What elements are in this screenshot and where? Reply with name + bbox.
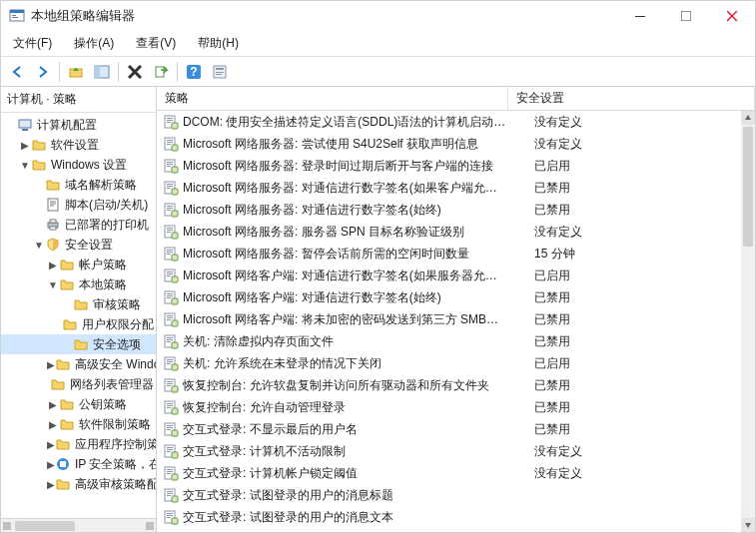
policy-row[interactable]: Microsoft 网络客户端: 对通信进行数字签名(如果服务器允…已启用 [157,265,755,286]
svg-rect-72 [172,298,178,304]
svg-rect-59 [167,250,173,251]
svg-rect-41 [167,166,171,167]
tree-item[interactable]: ▶IP 安全策略，在 [1,454,156,474]
expand-icon[interactable]: ▶ [47,459,55,470]
menu-action[interactable]: 操作(A) [68,33,120,54]
policy-icon [163,114,179,130]
policy-row[interactable]: 交互式登录: 不显示最后的用户名已禁用 [157,418,755,440]
expand-icon[interactable]: ▶ [47,260,59,270]
scroll-down-icon[interactable] [741,518,755,532]
tree-item[interactable]: 安全选项 [1,334,156,354]
tree-item[interactable]: 域名解析策略 [1,175,156,195]
policy-name: 关机: 清除虚拟内存页面文件 [183,333,530,350]
expand-icon[interactable]: ▶ [47,359,55,370]
policy-row[interactable]: Microsoft 网络服务器: 对通信进行数字签名(始终)已禁用 [157,199,755,221]
policy-row[interactable]: Microsoft 网络客户端: 对通信进行数字签名(始终)已禁用 [157,286,755,308]
tree-item[interactable]: 脚本(启动/关机) [1,195,156,215]
script-icon [45,197,61,213]
tree-item[interactable]: ▶高级审核策略配置 [1,474,156,494]
properties-icon[interactable] [208,60,232,84]
svg-rect-89 [167,381,173,382]
folder-icon [59,257,75,272]
show-hide-tree-button[interactable] [90,60,114,84]
tree-item[interactable]: ▶软件设置 [1,135,156,155]
tree-item[interactable]: ▼Windows 设置 [1,155,156,175]
policy-row[interactable]: 交互式登录: 试图登录的用户的消息标题 [157,484,755,506]
column-header-policy[interactable]: 策略 [157,87,508,110]
sidebar-horizontal-scrollbar[interactable] [1,518,156,532]
expand-icon[interactable]: ▶ [47,439,55,450]
vertical-scrollbar[interactable] [741,111,755,532]
policy-row[interactable]: 恢复控制台: 允许自动管理登录已禁用 [157,396,755,418]
back-button[interactable] [5,60,29,84]
minimize-button[interactable] [617,1,663,31]
tree-item[interactable]: ▶软件限制策略 [1,414,156,434]
policy-name: Microsoft 网络服务器: 登录时间过期后断开与客户端的连接 [183,158,530,175]
policy-row[interactable]: Microsoft 网络服务器: 对通信进行数字签名(如果客户端允…已禁用 [157,177,755,199]
policy-row[interactable]: Microsoft 网络服务器: 服务器 SPN 目标名称验证级别没有定义 [157,221,755,243]
expand-icon[interactable]: ▶ [47,479,55,490]
policy-row[interactable]: 关机: 清除虚拟内存页面文件已禁用 [157,330,755,352]
policy-row[interactable]: 交互式登录: 试图登录的用户的消息文本 [157,506,755,528]
tree-item[interactable]: ▶高级安全 Windows [1,354,156,374]
tree[interactable]: 计算机配置▶软件设置▼Windows 设置域名解析策略脚本(启动/关机)已部署的… [1,113,156,518]
policy-row[interactable]: 交互式登录: 计算机帐户锁定阈值没有定义 [157,462,755,484]
tree-item[interactable]: ▼安全设置 [1,235,156,255]
folder-icon [50,376,66,392]
policy-icon [163,443,179,459]
menu-view[interactable]: 查看(V) [130,33,182,54]
expand-icon[interactable]: ▶ [47,399,59,410]
column-header-security-setting[interactable]: 安全设置 [508,87,755,110]
tree-item[interactable]: ▶应用程序控制策略 [1,434,156,454]
expand-icon[interactable]: ▶ [47,419,59,430]
policy-row[interactable]: Microsoft 网络客户端: 将未加密的密码发送到第三方 SMB…已禁用 [157,308,755,330]
help-button[interactable]: ? [182,60,206,84]
up-folder-button[interactable] [64,60,88,84]
policy-value: 没有定义 [530,465,755,482]
svg-rect-97 [172,408,178,414]
policy-row[interactable]: Microsoft 网络服务器: 暂停会话前所需的空闲时间数量15 分钟 [157,243,755,265]
scroll-up-icon[interactable] [741,111,755,125]
svg-rect-77 [172,320,178,326]
policy-name: 交互式登录: 不显示最后的用户名 [183,421,530,438]
export-button[interactable] [149,60,173,84]
tree-item[interactable]: ▶公钥策略 [1,394,156,414]
folder-icon [59,416,75,432]
menu-file[interactable]: 文件(F) [7,33,58,54]
maximize-button[interactable] [663,1,709,31]
tree-item[interactable]: 已部署的打印机 [1,215,156,235]
svg-rect-62 [172,255,178,261]
forward-button[interactable] [31,60,55,84]
collapse-icon[interactable]: ▼ [19,160,31,171]
delete-button[interactable] [123,60,147,84]
tree-item[interactable]: 审核策略 [1,294,156,314]
policy-row[interactable]: 关机: 允许系统在未登录的情况下关闭已启用 [157,352,755,374]
policy-list[interactable]: DCOM: 使用安全描述符定义语言(SDDL)语法的计算机启动…没有定义Micr… [157,111,755,532]
policy-row[interactable]: Microsoft 网络服务器: 登录时间过期后断开与客户端的连接已启用 [157,155,755,177]
tree-item-label: 审核策略 [93,296,141,313]
svg-rect-94 [167,403,173,404]
policy-value: 已启用 [530,355,755,372]
folder-icon [59,396,75,412]
tree-item[interactable]: 网络列表管理器 [1,374,156,394]
expand-icon[interactable]: ▶ [19,140,31,151]
policy-row[interactable]: DCOM: 使用安全描述符定义语言(SDDL)语法的计算机启动…没有定义 [157,111,755,133]
tree-item[interactable]: ▶帐户策略 [1,255,156,274]
policy-value: 已禁用 [530,289,755,306]
policy-icon [163,509,179,525]
close-button[interactable] [709,1,755,31]
policy-row[interactable]: Microsoft 网络服务器: 尝试使用 S4U2Self 获取声明信息没有定… [157,133,755,155]
folder-icon [59,276,75,292]
svg-rect-70 [167,295,173,296]
folder-icon [73,336,89,352]
collapse-icon[interactable]: ▼ [33,240,45,251]
menu-help[interactable]: 帮助(H) [192,33,245,54]
tree-item[interactable]: 计算机配置 [1,115,156,135]
tree-item[interactable]: 用户权限分配 [1,314,156,334]
policy-row[interactable]: 交互式登录: 计算机不活动限制没有定义 [157,440,755,462]
policy-row[interactable]: 恢复控制台: 允许软盘复制并访问所有驱动器和所有文件夹已禁用 [157,374,755,396]
tree-item[interactable]: ▼本地策略 [1,274,156,294]
collapse-icon[interactable]: ▼ [47,279,59,290]
svg-rect-74 [167,315,173,316]
svg-rect-34 [167,140,173,141]
